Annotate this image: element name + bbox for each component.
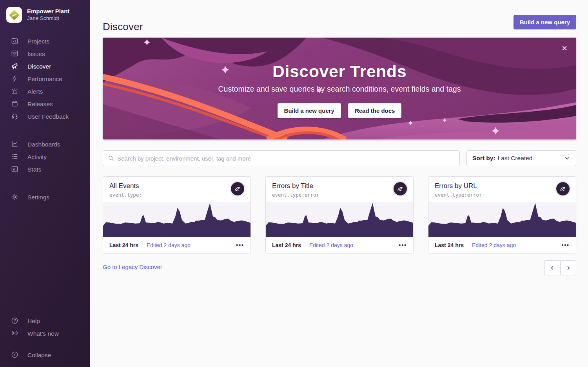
banner-buttons: Build a new query Read the docs xyxy=(278,103,402,118)
card-header: All Events event.type: xyxy=(103,177,250,202)
build-new-query-button[interactable]: Build a new query xyxy=(514,15,576,29)
sidebar-item-label: Stats xyxy=(27,166,41,173)
discover-trends-banner: × Discover Trends Customize and save que… xyxy=(103,38,576,139)
banner-content: Discover Trends Customize and save queri… xyxy=(103,38,576,139)
sidebar-nav-footer: Help What’s new Collapse xyxy=(0,315,90,362)
sidebar-item-collapse[interactable]: Collapse xyxy=(0,349,90,362)
empower-plant-logo-icon xyxy=(9,10,20,20)
sidebar-item-activity[interactable]: Activity xyxy=(0,151,90,163)
sidebar-item-label: Projects xyxy=(27,38,49,45)
card-time-range: Last 24 hrs xyxy=(435,242,464,248)
ellipsis-menu-icon[interactable]: ••• xyxy=(561,242,570,248)
main-content: Discover Build a new query xyxy=(90,0,588,367)
card-edited: Edited 2 days ago xyxy=(147,242,191,248)
card-title: Errors by URL xyxy=(435,182,482,190)
sidebar-item-label: Dashboards xyxy=(27,141,60,148)
page-title: Discover xyxy=(103,21,143,33)
card-query: event.type:error xyxy=(435,192,482,198)
card-time-range: Last 24 hrs xyxy=(109,242,138,248)
sidebar-nav-secondary: Dashboards Activity Stats xyxy=(0,138,90,176)
sidebar-item-dashboards[interactable]: Dashboards xyxy=(0,138,90,151)
sidebar-item-settings[interactable]: Settings xyxy=(0,191,90,204)
page-header: Discover Build a new query xyxy=(103,0,576,28)
telescope-icon xyxy=(11,62,18,71)
siren-icon xyxy=(11,87,18,96)
sort-label: Sort by: xyxy=(472,155,495,162)
chevron-left-icon xyxy=(550,265,555,271)
sidebar-item-releases[interactable]: Releases xyxy=(0,98,90,110)
org-meta: Empower Plant Jane Schmidt xyxy=(27,8,69,22)
card-edited: Edited 2 days ago xyxy=(309,242,353,248)
sidebar-item-performance[interactable]: Performance xyxy=(0,73,90,85)
sidebar-item-label: User Feedback xyxy=(27,113,69,120)
banner-subtitle: Customize and save queries by search con… xyxy=(218,85,461,94)
sidebar-item-label: Performance xyxy=(27,76,62,83)
chevron-right-icon xyxy=(566,265,571,271)
pagination xyxy=(544,260,576,275)
sidebar-nav-settings: Settings xyxy=(0,191,90,204)
saved-queries-grid: All Events event.type: Last 24 hrs Edite… xyxy=(103,176,576,253)
banner-read-docs-button[interactable]: Read the docs xyxy=(348,103,402,118)
org-switcher[interactable]: Empower Plant Jane Schmidt xyxy=(0,7,90,29)
bar-chart-icon xyxy=(11,165,18,174)
sidebar-item-discover[interactable]: Discover xyxy=(0,60,90,73)
card-query: event.type: xyxy=(109,192,142,198)
search-input[interactable] xyxy=(117,155,455,162)
card-footer: Last 24 hrs Edited 2 days ago ••• xyxy=(266,237,413,253)
nav-divider-gap xyxy=(0,340,90,349)
sparkline-chart xyxy=(266,202,413,237)
card-header: Errors by Title event.type:error xyxy=(266,177,413,202)
card-time-range: Last 24 hrs xyxy=(272,242,301,248)
sidebar-item-label: What’s new xyxy=(27,330,59,337)
sort-dropdown[interactable]: Sort by: Last Created xyxy=(466,150,576,166)
search-box xyxy=(103,150,460,166)
ellipsis-menu-icon[interactable]: ••• xyxy=(236,242,244,248)
list-footer: Go to Legacy Discover xyxy=(103,260,576,275)
sidebar-item-projects[interactable]: Projects xyxy=(0,35,90,48)
org-logo xyxy=(6,7,22,23)
sidebar-item-whats-new[interactable]: What’s new xyxy=(0,327,90,340)
search-icon xyxy=(108,155,114,161)
previous-page-button[interactable] xyxy=(544,260,560,275)
sidebar-item-label: Alerts xyxy=(27,88,43,95)
sidebar-item-label: Help xyxy=(27,318,40,325)
sidebar-item-label: Issues xyxy=(27,51,45,58)
sidebar-item-stats[interactable]: Stats xyxy=(0,163,90,176)
sidebar-item-issues[interactable]: Issues xyxy=(0,48,90,60)
card-query: event.type:error xyxy=(272,192,319,198)
chevron-left-circle-icon xyxy=(11,351,18,360)
lightning-icon xyxy=(11,75,18,84)
list-icon xyxy=(11,153,18,162)
nav-divider-gap xyxy=(0,176,90,185)
sidebar-item-help[interactable]: Help xyxy=(0,315,90,327)
ellipsis-menu-icon[interactable]: ••• xyxy=(399,242,407,248)
sidebar-item-alerts[interactable]: Alerts xyxy=(0,85,90,98)
chart-line-icon xyxy=(11,140,18,149)
card-title: All Events xyxy=(109,182,142,190)
question-circle-icon xyxy=(11,317,18,326)
broadcast-icon xyxy=(11,329,18,338)
chevron-down-icon xyxy=(564,155,570,161)
query-card-errors-by-url[interactable]: Errors by URL event.type:error Last 24 h… xyxy=(428,176,576,253)
nav-divider-gap xyxy=(0,123,90,132)
sentry-logo-icon xyxy=(556,182,570,195)
query-card-errors-by-title[interactable]: Errors by Title event.type:error Last 24… xyxy=(265,176,414,253)
sparkline-chart xyxy=(103,202,250,237)
sidebar-item-label: Releases xyxy=(27,101,53,108)
next-page-button[interactable] xyxy=(560,260,576,275)
sidebar-item-label: Activity xyxy=(27,154,47,161)
card-header: Errors by URL event.type:error xyxy=(428,177,576,202)
sidebar-item-label: Settings xyxy=(27,194,49,201)
sidebar: Empower Plant Jane Schmidt Projects Issu… xyxy=(0,0,90,367)
sort-value: Last Created xyxy=(498,155,533,162)
issues-icon xyxy=(11,50,18,59)
sidebar-item-label: Discover xyxy=(27,63,51,70)
sidebar-item-user-feedback[interactable]: User Feedback xyxy=(0,110,90,123)
sidebar-nav-primary: Projects Issues Discover Performance Ale… xyxy=(0,35,90,123)
query-card-all-events[interactable]: All Events event.type: Last 24 hrs Edite… xyxy=(103,176,251,253)
box-icon xyxy=(11,100,18,109)
legacy-discover-link[interactable]: Go to Legacy Discover xyxy=(103,264,162,270)
banner-build-query-button[interactable]: Build a new query xyxy=(278,103,341,118)
org-name: Empower Plant xyxy=(27,8,69,15)
sentry-logo-icon xyxy=(394,182,407,195)
